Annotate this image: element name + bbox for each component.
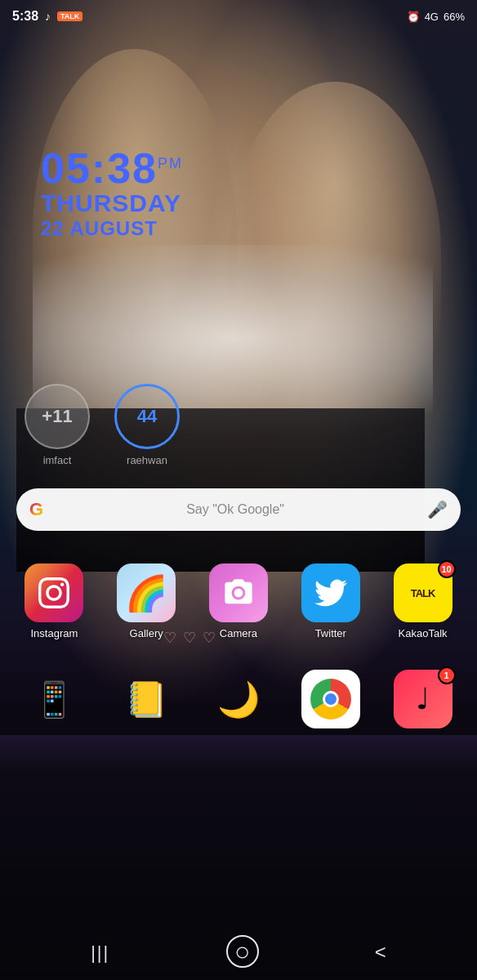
clock-widget: 05:38PM THURSDAY 22 AUGUST [41,147,183,240]
signal-icon: 4G [425,11,439,23]
sticker-phone-icon: 📱 [25,670,83,728]
chrome-icon [301,670,360,728]
kakaotalk-badge: 10 [438,560,456,578]
chrome-logo [310,679,351,719]
notification-circles: +11 imfact 44 raehwan [25,384,180,466]
clock-day: THURSDAY [41,189,183,217]
status-left: 5:38 ♪ TALK [12,9,82,24]
recent-apps-icon: ||| [91,942,109,963]
app-chrome[interactable] [290,670,372,733]
back-icon: < [375,941,386,963]
talk-badge: TALK [57,11,82,21]
raehwan-circle: 44 [114,384,180,449]
sticker-moon-icon: 🌙 [209,670,268,728]
kakaotalk-icon: TALK 10 [394,564,452,622]
back-button[interactable]: < [375,938,386,964]
chrome-center [323,691,339,707]
status-bar: 5:38 ♪ TALK ⏰ 4G 66% [0,0,477,33]
app-kakaotalk[interactable]: TALK 10 KakaoTalk [382,564,464,639]
status-right: ⏰ 4G 66% [407,11,465,23]
imfact-count: +11 [42,406,72,427]
search-placeholder: Say "Ok Google" [51,502,419,517]
app-row-2: 📱 📒 🌙 ♩ 1 [0,670,477,733]
notification-imfact: +11 imfact [25,384,90,466]
recent-apps-button[interactable]: ||| [91,938,109,964]
search-bar[interactable]: G Say "Ok Google" 🎤 [16,488,461,531]
clock-period: PM [158,155,183,172]
instagram-label: Instagram [30,627,78,639]
twitter-label: Twitter [315,627,346,639]
app-sticker-phone[interactable]: 📱 [13,670,95,733]
app-gallery[interactable]: 🌈 Gallery [105,564,187,639]
clock-time: 05:38PM [41,147,183,189]
kakaotalk-label: KakaoTalk [399,627,448,639]
alarm-icon: ⏰ [407,11,420,23]
gallery-label: Gallery [130,627,163,639]
app-twitter[interactable]: Twitter [290,564,372,639]
sticker-notebook-icon: 📒 [117,670,176,728]
notification-raehwan: 44 raehwan [114,384,180,466]
camera-icon [209,564,268,622]
twitter-icon [301,564,360,622]
music-icon: ♩ 1 [394,670,452,728]
music-badge: 1 [438,666,456,684]
app-camera[interactable]: Camera [198,564,279,639]
app-sticker-moon[interactable]: 🌙 [198,670,279,733]
raehwan-label: raehwan [127,454,167,466]
instagram-icon [25,564,83,622]
music-icon: ♪ [45,10,51,23]
nav-bar: ||| ○ < [0,935,477,968]
battery-indicator: 66% [444,11,465,23]
gallery-icon: 🌈 [117,564,176,622]
home-icon: ○ [226,935,259,968]
imfact-circle: +11 [25,384,90,449]
raehwan-count: 44 [137,406,157,427]
clock-date: 22 AUGUST [41,217,183,240]
status-time: 5:38 [12,9,38,24]
app-instagram[interactable]: Instagram [13,564,95,639]
home-button[interactable]: ○ [226,935,259,968]
imfact-label: imfact [43,454,72,466]
app-row-1: Instagram 🌈 Gallery Camera Twitter TALK … [0,564,477,639]
google-logo: G [29,499,43,520]
app-music[interactable]: ♩ 1 [382,670,464,733]
voice-search-icon[interactable]: 🎤 [427,500,448,519]
camera-label: Camera [220,627,257,639]
app-sticker-notebook[interactable]: 📒 [105,670,187,733]
